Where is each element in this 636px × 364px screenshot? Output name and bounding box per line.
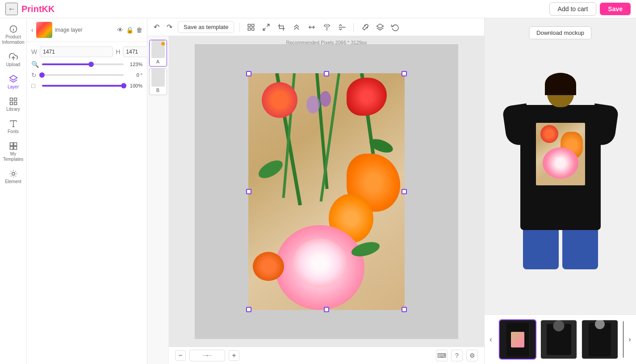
thumb-prev-button[interactable]: ‹ bbox=[485, 319, 497, 360]
thumbnail-item-2[interactable] bbox=[540, 319, 577, 360]
handle-tr[interactable] bbox=[402, 71, 407, 76]
page-tab-b[interactable]: B bbox=[149, 68, 167, 95]
thumbnail-item-4[interactable] bbox=[622, 319, 623, 360]
left-sidebar: ProductInformation Upload Layer Library … bbox=[0, 18, 27, 364]
layer-thumbnail-image bbox=[36, 22, 52, 38]
svg-rect-7 bbox=[10, 102, 13, 105]
grid-button[interactable] bbox=[245, 21, 257, 33]
handle-bl[interactable] bbox=[246, 307, 251, 312]
canvas-content-area[interactable] bbox=[248, 73, 405, 310]
svg-rect-22 bbox=[280, 26, 284, 29]
resize-edge-button[interactable] bbox=[306, 21, 318, 33]
handle-lc[interactable] bbox=[246, 189, 251, 194]
page-tabs: A B bbox=[147, 36, 169, 364]
add-to-cart-button[interactable]: Add to cart bbox=[549, 2, 597, 16]
eye-icon[interactable]: 👁 bbox=[117, 26, 123, 33]
keyboard-icon[interactable]: ⌨ bbox=[436, 350, 448, 361]
canvas-main: Recommended Pixels 2066 * 3129px bbox=[169, 36, 484, 364]
svg-point-28 bbox=[207, 355, 208, 356]
height-label: H bbox=[116, 48, 120, 55]
canvas-container: A B Recommended Pixels 2066 * 3129px bbox=[147, 36, 484, 364]
flip-v-button[interactable] bbox=[336, 21, 348, 33]
rotation-value: 0 ° bbox=[126, 72, 142, 78]
topbar: ← PrintKK Add to cart Save bbox=[0, 0, 636, 18]
zoom-slider-row: 🔍 123% bbox=[31, 61, 142, 68]
fit-button[interactable] bbox=[260, 21, 272, 33]
svg-marker-4 bbox=[9, 75, 17, 80]
width-input[interactable] bbox=[40, 46, 113, 57]
sidebar-item-element[interactable]: Element bbox=[2, 167, 25, 187]
layers-button[interactable] bbox=[374, 21, 386, 33]
tshirt-mockup-container bbox=[502, 77, 619, 269]
lock-icon[interactable]: 🔒 bbox=[126, 26, 134, 33]
flip-h-button[interactable] bbox=[321, 21, 333, 33]
zoom-out-button[interactable]: − bbox=[175, 350, 186, 361]
svg-rect-16 bbox=[248, 24, 251, 26]
panel: ‹ image layer 👁 🔒 🗑 W H 🔍 bbox=[27, 18, 147, 364]
layer-name-label: image layer bbox=[55, 27, 114, 33]
right-panel: Download mockup bbox=[484, 18, 636, 364]
zoom-value: 123% bbox=[126, 62, 142, 67]
rotate-button[interactable] bbox=[389, 21, 401, 33]
tshirt-design-area bbox=[536, 123, 585, 185]
canvas-area: ↶ ↷ Save as template bbox=[147, 18, 484, 364]
handle-rc[interactable] bbox=[402, 189, 407, 194]
page-tab-thumbnail-b bbox=[151, 69, 165, 87]
resize-corner-button[interactable] bbox=[291, 21, 302, 33]
zoom-in-button[interactable]: + bbox=[229, 350, 239, 361]
rotation-slider-row: ↻ 0 ° bbox=[31, 71, 142, 79]
handle-tl[interactable] bbox=[246, 71, 251, 76]
svg-rect-18 bbox=[248, 28, 251, 30]
sidebar-item-library[interactable]: Library bbox=[2, 94, 25, 115]
canvas-bottom-bar: − + ⌨ ? ⚙ bbox=[169, 347, 484, 364]
save-button[interactable]: Save bbox=[600, 3, 631, 15]
page-tab-a[interactable]: A bbox=[149, 40, 167, 67]
tshirt-body bbox=[509, 105, 612, 225]
delete-icon[interactable]: 🗑 bbox=[136, 26, 142, 33]
svg-rect-8 bbox=[14, 102, 17, 105]
opacity-slider-track[interactable] bbox=[42, 85, 124, 87]
model-head bbox=[547, 77, 574, 107]
eyedropper-button[interactable] bbox=[359, 21, 371, 33]
crop-button[interactable] bbox=[276, 21, 287, 33]
svg-marker-26 bbox=[377, 24, 384, 28]
save-as-template-button[interactable]: Save as template bbox=[178, 21, 234, 33]
settings-icon[interactable]: ⚙ bbox=[466, 350, 478, 361]
svg-rect-5 bbox=[10, 98, 13, 101]
tshirt-mockup bbox=[502, 77, 619, 269]
sidebar-item-layer[interactable]: Layer bbox=[2, 72, 25, 92]
sidebar-item-upload[interactable]: Upload bbox=[2, 50, 25, 70]
sidebar-item-fonts[interactable]: Fonts bbox=[2, 117, 25, 137]
download-mockup-button[interactable]: Download mockup bbox=[529, 26, 592, 39]
handle-tc[interactable] bbox=[324, 71, 329, 76]
thumbnail-item-3[interactable] bbox=[581, 319, 619, 360]
handle-br[interactable] bbox=[402, 307, 407, 312]
canvas-flowers-layer bbox=[248, 73, 405, 310]
handle-bc[interactable] bbox=[324, 307, 329, 312]
canvas-wrapper[interactable]: Recommended Pixels 2066 * 3129px bbox=[169, 36, 484, 347]
page-tab-dot bbox=[161, 42, 165, 46]
svg-rect-6 bbox=[14, 98, 17, 101]
svg-rect-19 bbox=[252, 28, 254, 30]
panel-header-actions: 👁 🔒 🗑 bbox=[117, 26, 142, 33]
back-button[interactable]: ← bbox=[5, 3, 18, 15]
zoom-display bbox=[189, 350, 225, 361]
rotation-slider-track[interactable] bbox=[42, 74, 124, 76]
panel-header: ‹ image layer 👁 🔒 🗑 bbox=[27, 18, 147, 42]
svg-rect-12 bbox=[13, 143, 17, 146]
thumb-next-button[interactable]: › bbox=[623, 319, 636, 360]
sidebar-item-my-templates[interactable]: MyTemplates bbox=[2, 139, 25, 165]
zoom-icon: 🔍 bbox=[31, 61, 39, 68]
panel-collapse-button[interactable]: ‹ bbox=[31, 26, 33, 33]
sidebar-item-product-info[interactable]: ProductInformation bbox=[2, 22, 25, 48]
redo-button[interactable]: ↷ bbox=[165, 21, 174, 33]
app-logo: PrintKK bbox=[21, 4, 54, 14]
undo-button[interactable]: ↶ bbox=[152, 21, 161, 33]
svg-rect-14 bbox=[13, 146, 17, 150]
panel-fields: W H 🔍 123% ↻ 0 ° bbox=[27, 42, 147, 94]
svg-point-15 bbox=[12, 172, 15, 176]
thumbnail-item-1[interactable] bbox=[499, 319, 536, 360]
zoom-slider-track[interactable] bbox=[42, 63, 124, 65]
width-field-row: W H bbox=[31, 46, 142, 57]
help-icon[interactable]: ? bbox=[451, 350, 463, 361]
